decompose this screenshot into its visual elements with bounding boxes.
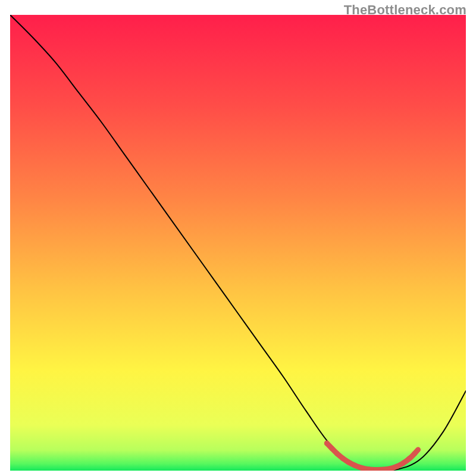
chart-container — [10, 15, 466, 471]
bottleneck-chart — [10, 15, 466, 471]
chart-background — [10, 15, 466, 471]
